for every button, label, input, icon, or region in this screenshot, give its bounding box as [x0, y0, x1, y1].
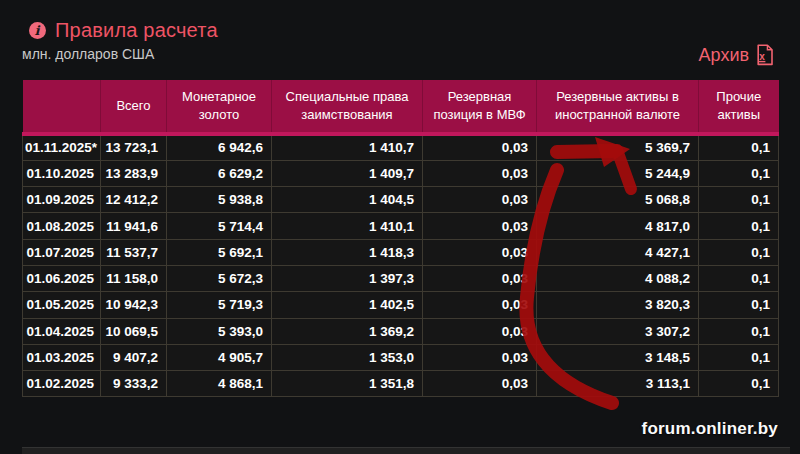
- value-cell: 4 427,1: [537, 239, 699, 265]
- value-cell: 0,03: [423, 371, 537, 397]
- value-cell: 0,1: [699, 265, 779, 291]
- date-cell: 01.04.2025: [23, 318, 101, 344]
- value-cell: 0,03: [423, 265, 537, 291]
- value-cell: 10 069,5: [101, 318, 167, 344]
- table-row: 01.02.20259 333,24 868,11 351,80,033 113…: [23, 371, 779, 397]
- value-cell: 9 407,2: [101, 344, 167, 370]
- page-title-row: i Правила расчета: [29, 19, 218, 42]
- value-cell: 5 672,3: [167, 265, 272, 291]
- value-cell: 3 307,2: [537, 318, 699, 344]
- date-cell: 01.10.2025: [23, 160, 101, 186]
- table-row: 01.11.2025*13 723,16 942,61 410,70,035 3…: [23, 134, 779, 160]
- value-cell: 9 333,2: [101, 371, 167, 397]
- value-cell: 1 351,8: [272, 371, 423, 397]
- value-cell: 0,1: [699, 292, 779, 318]
- value-cell: 0,03: [423, 318, 537, 344]
- value-cell: 1 409,7: [272, 160, 423, 186]
- table-row: 01.05.202510 942,35 719,31 402,50,033 82…: [23, 292, 779, 318]
- value-cell: 3 148,5: [537, 344, 699, 370]
- value-cell: 1 353,0: [272, 344, 423, 370]
- value-cell: 1 418,3: [272, 239, 423, 265]
- column-header: Резервные активы в иностранной валюте: [537, 80, 699, 134]
- value-cell: 10 942,3: [101, 292, 167, 318]
- date-cell: 01.09.2025: [23, 187, 101, 213]
- value-cell: 4 905,7: [167, 344, 272, 370]
- units-subtitle: млн. долларов США: [22, 46, 154, 62]
- value-cell: 5 714,4: [167, 213, 272, 239]
- date-cell: 01.07.2025: [23, 239, 101, 265]
- value-cell: 0,03: [423, 187, 537, 213]
- value-cell: 0,03: [423, 239, 537, 265]
- value-cell: 5 719,3: [167, 292, 272, 318]
- value-cell: 1 404,5: [272, 187, 423, 213]
- value-cell: 13 723,1: [101, 134, 167, 160]
- value-cell: 11 537,7: [101, 239, 167, 265]
- archive-link[interactable]: Архив x: [699, 44, 774, 66]
- value-cell: 0,1: [699, 160, 779, 186]
- value-cell: 11 941,6: [101, 213, 167, 239]
- table-row: 01.10.202513 283,96 629,21 409,70,035 24…: [23, 160, 779, 186]
- value-cell: 0,1: [699, 239, 779, 265]
- value-cell: 0,1: [699, 187, 779, 213]
- value-cell: 1 402,5: [272, 292, 423, 318]
- table-row: 01.07.202511 537,75 692,11 418,30,034 42…: [23, 239, 779, 265]
- page-title[interactable]: Правила расчета: [55, 19, 218, 42]
- excel-file-icon[interactable]: x: [756, 44, 774, 66]
- value-cell: 0,1: [699, 213, 779, 239]
- value-cell: 5 369,7: [537, 134, 699, 160]
- table-row: 01.09.202512 412,25 938,81 404,50,035 06…: [23, 187, 779, 213]
- svg-text:x: x: [759, 51, 765, 62]
- column-header: Резервная позиция в МВФ: [423, 80, 537, 134]
- value-cell: 13 283,9: [101, 160, 167, 186]
- value-cell: 5 244,9: [537, 160, 699, 186]
- archive-link-label[interactable]: Архив: [699, 45, 749, 66]
- value-cell: 4 868,1: [167, 371, 272, 397]
- value-cell: 1 410,1: [272, 213, 423, 239]
- table-row: 01.06.202511 158,05 672,31 397,30,034 08…: [23, 265, 779, 291]
- reserves-table: ВсегоМонетарное золотоСпециальные права …: [22, 80, 779, 397]
- value-cell: 5 068,8: [537, 187, 699, 213]
- value-cell: 0,03: [423, 292, 537, 318]
- value-cell: 6 629,2: [167, 160, 272, 186]
- value-cell: 0,1: [699, 134, 779, 160]
- value-cell: 5 938,8: [167, 187, 272, 213]
- column-header: Прочие активы: [699, 80, 779, 134]
- column-header: Специальные права заимствования: [272, 80, 423, 134]
- info-icon[interactable]: i: [29, 22, 46, 39]
- value-cell: 1 369,2: [272, 318, 423, 344]
- date-cell: 01.06.2025: [23, 265, 101, 291]
- table-row: 01.08.202511 941,65 714,41 410,10,034 81…: [23, 213, 779, 239]
- header-row: ВсегоМонетарное золотоСпециальные права …: [23, 80, 779, 134]
- bottom-divider: [22, 447, 790, 454]
- value-cell: 11 158,0: [101, 265, 167, 291]
- column-header: Монетарное золото: [167, 80, 272, 134]
- date-cell: 01.05.2025: [23, 292, 101, 318]
- column-header: [23, 80, 101, 134]
- value-cell: 12 412,2: [101, 187, 167, 213]
- table-row: 01.04.202510 069,55 393,01 369,20,033 30…: [23, 318, 779, 344]
- watermark: forum.onliner.by: [642, 419, 778, 439]
- column-header: Всего: [101, 80, 167, 134]
- value-cell: 4 088,2: [537, 265, 699, 291]
- value-cell: 0,03: [423, 213, 537, 239]
- date-cell: 01.03.2025: [23, 344, 101, 370]
- value-cell: 4 817,0: [537, 213, 699, 239]
- value-cell: 0,03: [423, 160, 537, 186]
- value-cell: 5 692,1: [167, 239, 272, 265]
- value-cell: 3 820,3: [537, 292, 699, 318]
- value-cell: 0,1: [699, 344, 779, 370]
- value-cell: 1 397,3: [272, 265, 423, 291]
- date-cell: 01.11.2025*: [23, 134, 101, 160]
- value-cell: 1 410,7: [272, 134, 423, 160]
- value-cell: 6 942,6: [167, 134, 272, 160]
- table-row: 01.03.20259 407,24 905,71 353,00,033 148…: [23, 344, 779, 370]
- date-cell: 01.02.2025: [23, 371, 101, 397]
- value-cell: 3 113,1: [537, 371, 699, 397]
- value-cell: 0,1: [699, 371, 779, 397]
- date-cell: 01.08.2025: [23, 213, 101, 239]
- value-cell: 0,1: [699, 318, 779, 344]
- value-cell: 0,03: [423, 134, 537, 160]
- value-cell: 5 393,0: [167, 318, 272, 344]
- value-cell: 0,03: [423, 344, 537, 370]
- reserves-table-wrap: ВсегоМонетарное золотоСпециальные права …: [22, 80, 778, 397]
